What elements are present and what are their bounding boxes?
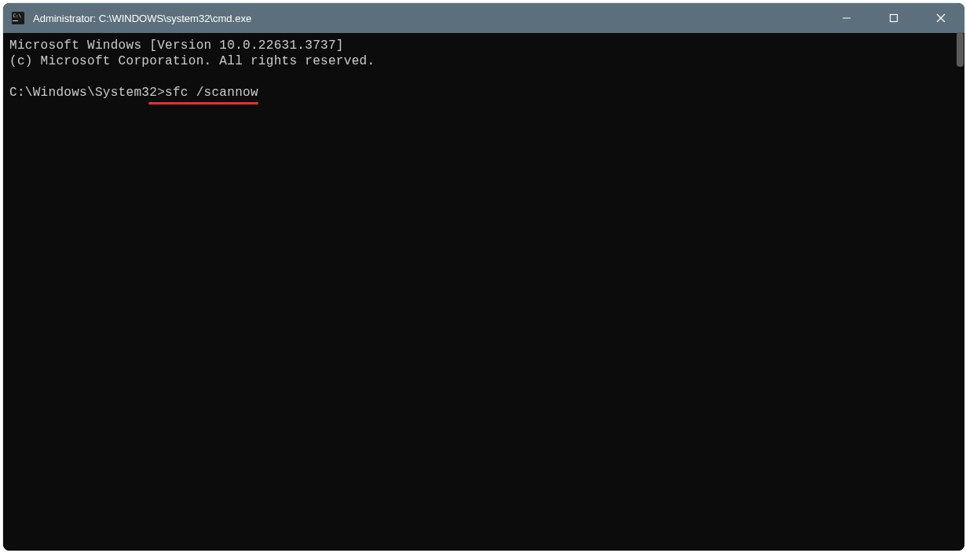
titlebar[interactable]: C:\ Administrator: C:\WINDOWS\system32\c…	[3, 3, 964, 33]
cmd-window: C:\ Administrator: C:\WINDOWS\system32\c…	[3, 3, 964, 551]
command-text: sfc /scannow	[165, 86, 258, 100]
prompt-text: C:\Windows\System32>	[9, 86, 165, 100]
terminal-output[interactable]: Microsoft Windows [Version 10.0.22631.37…	[3, 33, 964, 551]
maximize-button[interactable]	[870, 3, 917, 33]
red-underline-annotation	[148, 102, 258, 104]
vertical-scrollbar[interactable]	[955, 31, 964, 551]
window-title: Administrator: C:\WINDOWS\system32\cmd.e…	[33, 13, 823, 24]
scrollbar-thumb[interactable]	[957, 32, 964, 67]
prompt-line: C:\Windows\System32>sfc /scannow	[9, 85, 958, 101]
minimize-button[interactable]	[823, 3, 870, 33]
svg-rect-4	[891, 15, 898, 22]
cmd-app-icon: C:\	[11, 11, 25, 25]
version-line: Microsoft Windows [Version 10.0.22631.37…	[9, 38, 958, 53]
svg-text:C:\: C:\	[13, 13, 22, 18]
copyright-line: (c) Microsoft Corporation. All rights re…	[9, 53, 958, 69]
close-button[interactable]	[917, 3, 964, 33]
svg-rect-2	[13, 20, 18, 21]
blank-line	[9, 69, 958, 85]
window-controls	[823, 3, 964, 33]
